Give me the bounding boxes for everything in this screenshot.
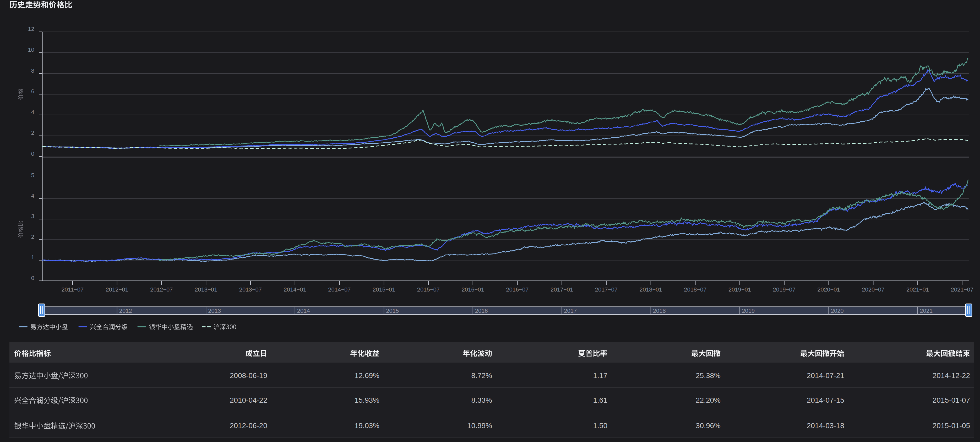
svg-text:2012−01: 2012−01 — [106, 286, 128, 293]
svg-text:2018−07: 2018−07 — [684, 286, 706, 293]
svg-text:2019−07: 2019−07 — [773, 286, 795, 293]
svg-text:10: 10 — [28, 46, 34, 53]
svg-text:2021−01: 2021−01 — [906, 286, 929, 293]
svg-text:2: 2 — [31, 129, 34, 136]
svg-text:2012−07: 2012−07 — [150, 286, 173, 293]
svg-text:2019: 2019 — [742, 308, 755, 314]
svg-text:2020−07: 2020−07 — [862, 286, 885, 293]
svg-text:2017−01: 2017−01 — [550, 286, 573, 293]
svg-text:2016−01: 2016−01 — [462, 286, 484, 293]
svg-text:2: 2 — [31, 234, 34, 240]
svg-text:2018−01: 2018−01 — [640, 286, 662, 293]
svg-text:2013−01: 2013−01 — [195, 286, 217, 293]
svg-text:2011−07: 2011−07 — [62, 286, 84, 293]
svg-text:8: 8 — [31, 67, 34, 74]
svg-text:3: 3 — [31, 213, 34, 219]
svg-text:4: 4 — [31, 192, 34, 199]
svg-text:6: 6 — [31, 88, 34, 95]
svg-text:2016−07: 2016−07 — [506, 286, 528, 293]
svg-text:2015−07: 2015−07 — [417, 286, 440, 293]
svg-text:2014: 2014 — [297, 308, 310, 314]
svg-text:12: 12 — [28, 26, 34, 32]
svg-text:2021−07: 2021−07 — [951, 286, 974, 293]
svg-text:2018: 2018 — [653, 308, 666, 314]
svg-text:2020−01: 2020−01 — [818, 286, 840, 293]
svg-text:5: 5 — [31, 172, 34, 179]
svg-text:2015: 2015 — [386, 308, 399, 314]
svg-text:2016: 2016 — [475, 308, 488, 314]
svg-text:2014−07: 2014−07 — [328, 286, 351, 293]
svg-text:2020: 2020 — [831, 308, 844, 314]
svg-text:4: 4 — [31, 109, 34, 115]
svg-text:2017−07: 2017−07 — [595, 286, 617, 293]
svg-text:2015−01: 2015−01 — [372, 286, 395, 293]
svg-text:2013−07: 2013−07 — [239, 286, 262, 293]
svg-text:1: 1 — [31, 254, 34, 260]
svg-text:0: 0 — [31, 150, 34, 157]
svg-text:2012: 2012 — [119, 308, 132, 314]
svg-text:2014−01: 2014−01 — [284, 286, 306, 293]
svg-text:2019−01: 2019−01 — [729, 286, 751, 293]
svg-text:2017: 2017 — [564, 308, 577, 314]
svg-text:2021: 2021 — [920, 308, 932, 314]
svg-text:0: 0 — [31, 275, 34, 281]
svg-text:2013: 2013 — [208, 308, 221, 314]
